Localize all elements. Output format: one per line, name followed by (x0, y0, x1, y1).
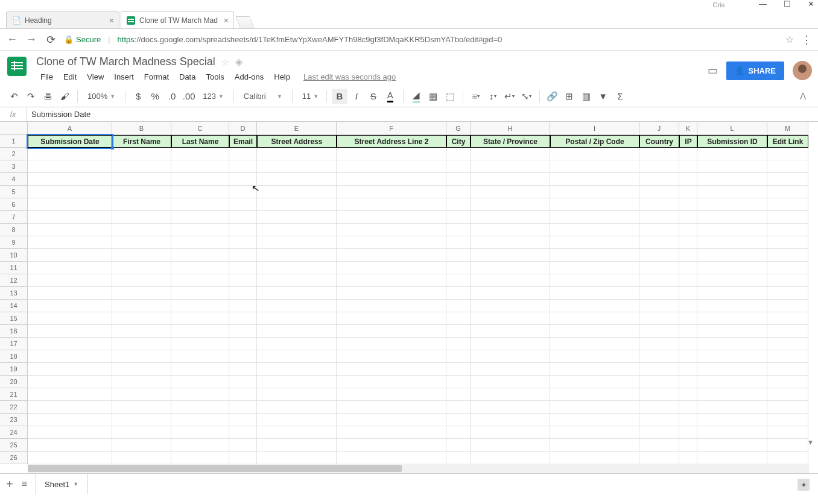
cell[interactable] (471, 274, 550, 287)
cell[interactable] (446, 211, 471, 224)
cell[interactable] (550, 312, 639, 325)
cell[interactable] (257, 236, 337, 249)
cell[interactable] (112, 173, 171, 186)
menu-data[interactable]: Data (175, 71, 200, 83)
cell[interactable] (171, 262, 229, 274)
cell[interactable] (257, 198, 337, 211)
cell[interactable] (229, 300, 257, 312)
cell[interactable] (679, 439, 697, 452)
cell[interactable] (679, 160, 697, 173)
cell[interactable] (337, 426, 446, 439)
cell[interactable] (112, 160, 171, 173)
row-header[interactable]: 3 (0, 160, 28, 173)
cell[interactable] (697, 300, 767, 312)
cell[interactable] (446, 350, 471, 363)
cell[interactable] (28, 211, 112, 224)
column-header[interactable]: B (112, 122, 171, 135)
cell[interactable] (550, 160, 639, 173)
cell[interactable]: IP (679, 135, 697, 148)
cell[interactable] (337, 287, 446, 300)
cell[interactable] (337, 376, 446, 388)
cell[interactable] (28, 338, 112, 350)
cell[interactable] (112, 249, 171, 262)
cell[interactable] (471, 325, 550, 338)
cell[interactable] (550, 452, 639, 464)
cell[interactable] (112, 426, 171, 439)
cell[interactable] (28, 300, 112, 312)
halign-icon[interactable]: ≡▾ (468, 89, 484, 104)
column-header[interactable]: D (229, 122, 257, 135)
cell[interactable] (28, 274, 112, 287)
cell[interactable] (28, 312, 112, 325)
cell[interactable] (112, 338, 171, 350)
cell[interactable] (112, 388, 171, 401)
cell[interactable] (697, 426, 767, 439)
text-color-icon[interactable]: A (382, 89, 398, 104)
cell[interactable] (337, 401, 446, 414)
cell[interactable] (229, 249, 257, 262)
cell[interactable] (112, 300, 171, 312)
cell[interactable] (229, 186, 257, 198)
cell[interactable] (446, 452, 471, 464)
cell[interactable] (28, 287, 112, 300)
cell[interactable] (550, 338, 639, 350)
drive-icon[interactable]: ◈ (235, 56, 243, 68)
cell[interactable] (471, 160, 550, 173)
cell[interactable] (679, 363, 697, 376)
menu-insert[interactable]: Insert (110, 71, 138, 83)
cell[interactable] (767, 249, 808, 262)
cell[interactable] (28, 224, 112, 236)
cell[interactable] (28, 414, 112, 426)
percent-icon[interactable]: % (147, 89, 163, 104)
strike-button[interactable]: S (366, 89, 381, 104)
cell[interactable] (697, 363, 767, 376)
cell[interactable] (229, 148, 257, 160)
cell[interactable] (229, 426, 257, 439)
cell[interactable] (257, 300, 337, 312)
cell[interactable]: Street Address (257, 135, 337, 148)
row-header[interactable]: 19 (0, 363, 28, 376)
row-header[interactable]: 18 (0, 350, 28, 363)
column-header[interactable]: F (337, 122, 446, 135)
cell[interactable] (639, 236, 679, 249)
cell[interactable] (697, 173, 767, 186)
cell[interactable] (112, 325, 171, 338)
menu-file[interactable]: File (36, 71, 57, 83)
filter-icon[interactable]: ▼ (595, 89, 611, 104)
doc-star-icon[interactable]: ☆ (221, 57, 229, 68)
cell[interactable] (337, 274, 446, 287)
cell[interactable] (550, 186, 639, 198)
share-button[interactable]: 👤 SHARE (726, 61, 784, 80)
cell[interactable] (337, 224, 446, 236)
cell[interactable] (229, 350, 257, 363)
cell[interactable] (679, 249, 697, 262)
cell[interactable] (28, 249, 112, 262)
cell[interactable] (679, 148, 697, 160)
row-header[interactable]: 13 (0, 287, 28, 300)
cell[interactable] (112, 376, 171, 388)
functions-icon[interactable]: Σ (612, 89, 628, 104)
link-icon[interactable]: 🔗 (545, 89, 560, 104)
cell[interactable] (471, 249, 550, 262)
cell[interactable] (171, 186, 229, 198)
tab-close-icon[interactable]: × (109, 16, 114, 25)
cell[interactable] (697, 401, 767, 414)
cell[interactable] (697, 439, 767, 452)
cell[interactable]: Submission Date (28, 135, 112, 148)
cell[interactable] (28, 452, 112, 464)
italic-button[interactable]: I (349, 89, 364, 104)
nav-reload-icon[interactable]: ⟳ (45, 33, 57, 46)
cell[interactable] (639, 452, 679, 464)
column-header[interactable]: L (697, 122, 767, 135)
cell[interactable] (471, 211, 550, 224)
cell[interactable] (550, 198, 639, 211)
window-close-icon[interactable]: ✕ (808, 0, 814, 8)
cell[interactable] (767, 426, 808, 439)
cell[interactable] (28, 439, 112, 452)
cell[interactable] (446, 173, 471, 186)
cell[interactable] (171, 300, 229, 312)
cell[interactable] (639, 325, 679, 338)
cell[interactable] (697, 211, 767, 224)
cell[interactable] (697, 224, 767, 236)
cell[interactable] (171, 211, 229, 224)
